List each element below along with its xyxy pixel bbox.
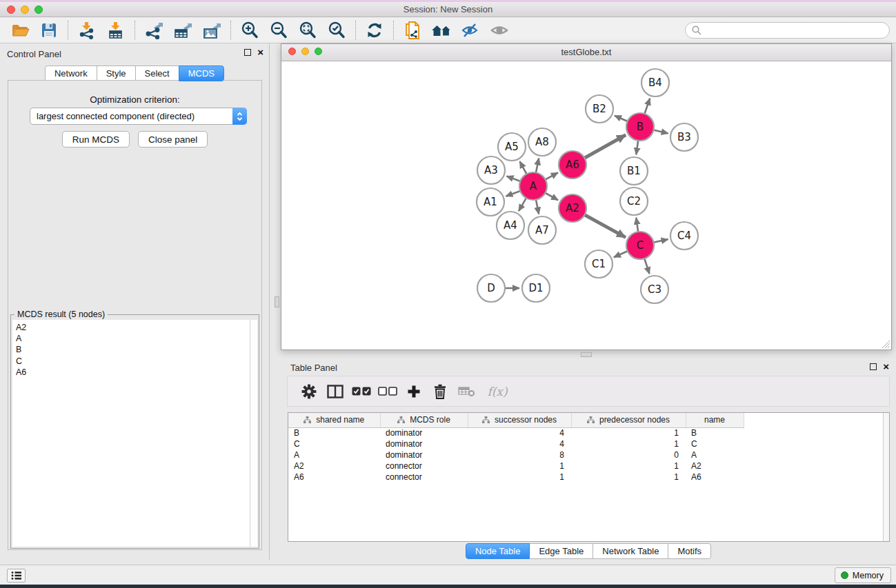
svg-text:B1: B1 xyxy=(627,165,641,177)
delete-column-button[interactable] xyxy=(427,379,453,404)
graph-node-B[interactable]: B xyxy=(626,113,654,141)
graph-node-C2[interactable]: C2 xyxy=(620,187,648,215)
graph-node-B1[interactable]: B1 xyxy=(620,157,648,185)
select-all-columns-button[interactable] xyxy=(348,379,375,404)
graph-node-C1[interactable]: C1 xyxy=(585,250,613,278)
svg-text:A8: A8 xyxy=(535,136,549,148)
tab-motifs[interactable]: Motifs xyxy=(668,543,711,559)
column-header-predecessor-nodes[interactable]: predecessor nodes xyxy=(571,413,686,427)
graph-node-A6[interactable]: A6 xyxy=(559,151,586,179)
table-settings-button[interactable] xyxy=(296,379,322,404)
node-table-container: shared nameMCDS rolesuccessor nodesprede… xyxy=(288,412,890,542)
save-session-button[interactable] xyxy=(34,19,63,41)
tab-edge-table[interactable]: Edge Table xyxy=(529,543,593,559)
unselect-all-columns-button[interactable] xyxy=(375,379,401,404)
zoom-in-button[interactable] xyxy=(235,19,264,41)
refresh-icon xyxy=(366,22,383,39)
run-mcds-button[interactable]: Run MCDS xyxy=(62,131,130,148)
tab-select[interactable]: Select xyxy=(135,65,179,81)
show-graphics-button[interactable] xyxy=(485,19,514,41)
table-row[interactable]: Cdominator41C xyxy=(288,438,744,449)
graph-node-A4[interactable]: A4 xyxy=(497,212,524,239)
function-builder-button[interactable]: f(x) xyxy=(479,379,515,404)
tab-network-table[interactable]: Network Table xyxy=(593,543,668,559)
float-panel-icon[interactable] xyxy=(244,49,251,56)
main-toolbar xyxy=(0,17,896,43)
network-canvas[interactable]: B4B2BB3A8A5A6A3B1AC2A1A2A4A7C4CC1C3DD1 xyxy=(281,61,891,349)
optimization-criterion-select[interactable]: largest connected component (directed) xyxy=(30,108,247,125)
tab-mcds[interactable]: MCDS xyxy=(179,65,224,81)
zoom-fit-button[interactable] xyxy=(293,19,322,41)
export-image-button[interactable] xyxy=(197,19,226,41)
graph-node-A1[interactable]: A1 xyxy=(477,188,504,216)
delete-table-button[interactable] xyxy=(453,379,479,404)
result-item[interactable]: A2 xyxy=(12,320,257,333)
toolbar-separator xyxy=(393,21,394,40)
panel-divider-handle[interactable] xyxy=(581,352,592,357)
close-panel-icon[interactable]: × xyxy=(257,49,263,56)
export-network-button[interactable] xyxy=(139,19,168,41)
graph-node-B2[interactable]: B2 xyxy=(586,95,613,123)
dropdown-stepper-icon xyxy=(232,108,247,125)
tab-node-table[interactable]: Node Table xyxy=(466,543,530,559)
graph-node-A5[interactable]: A5 xyxy=(498,133,526,161)
graph-node-A3[interactable]: A3 xyxy=(477,156,505,184)
result-item[interactable]: A xyxy=(12,333,257,344)
graph-node-A2[interactable]: A2 xyxy=(559,194,586,222)
export-table-button[interactable] xyxy=(168,19,197,41)
create-column-button[interactable] xyxy=(401,379,427,404)
close-panel-button[interactable]: Close panel xyxy=(138,131,208,148)
import-network-button[interactable] xyxy=(72,19,101,41)
column-header-MCDS-role[interactable]: MCDS role xyxy=(380,413,468,427)
graph-node-C3[interactable]: C3 xyxy=(641,276,668,303)
graph-node-B3[interactable]: B3 xyxy=(670,123,698,151)
memory-button[interactable]: Memory xyxy=(835,567,891,583)
show-column-button[interactable] xyxy=(322,379,348,404)
open-session-button[interactable] xyxy=(6,19,34,41)
unchecked-boxes-icon xyxy=(378,387,397,396)
graph-node-C4[interactable]: C4 xyxy=(670,222,698,250)
import-table-button[interactable] xyxy=(101,19,130,41)
hierarchy-icon xyxy=(303,416,311,425)
table-panel-title: Table Panel xyxy=(290,363,337,373)
float-table-panel-icon[interactable] xyxy=(870,363,877,370)
control-panel: Control Panel × NetworkStyleSelectMCDS O… xyxy=(0,43,270,560)
graph-node-A[interactable]: A xyxy=(519,172,547,200)
tab-style[interactable]: Style xyxy=(97,65,136,81)
zoom-out-button[interactable] xyxy=(264,19,293,41)
graph-node-A7[interactable]: A7 xyxy=(528,216,556,244)
hide-graphics-button[interactable] xyxy=(456,19,485,41)
network-window-titlebar[interactable]: testGlobe.txt xyxy=(281,44,891,61)
tab-network[interactable]: Network xyxy=(45,65,97,81)
toolbar-separator xyxy=(68,21,68,40)
search-input[interactable] xyxy=(685,22,890,39)
window-resize-grip[interactable] xyxy=(882,340,890,349)
table-scrollbar[interactable] xyxy=(883,413,889,541)
task-history-button[interactable] xyxy=(7,569,26,582)
result-item[interactable]: C xyxy=(12,356,257,367)
refresh-button[interactable] xyxy=(360,19,389,41)
result-item[interactable]: A6 xyxy=(12,367,257,378)
table-row[interactable]: A2connector11A2 xyxy=(288,460,744,472)
delete-table-icon xyxy=(458,386,475,397)
graph-node-D1[interactable]: D1 xyxy=(522,274,550,302)
table-row[interactable]: Bdominator41B xyxy=(288,427,744,438)
graph-node-C[interactable]: C xyxy=(626,232,654,259)
column-header-successor-nodes[interactable]: successor nodes xyxy=(468,413,571,427)
network-view-window: testGlobe.txt B4B2BB3A8A5A6A3B1AC2A1A2A4… xyxy=(281,43,892,350)
result-item[interactable]: B xyxy=(12,344,257,355)
close-table-panel-icon[interactable]: × xyxy=(883,363,889,370)
table-row[interactable]: Adominator80A xyxy=(288,449,744,460)
column-header-name[interactable]: name xyxy=(686,413,744,427)
table-row[interactable]: A6connector11A6 xyxy=(288,472,744,483)
graph-node-D[interactable]: D xyxy=(477,274,505,302)
graph-node-B4[interactable]: B4 xyxy=(641,69,669,97)
home-views-button[interactable] xyxy=(427,19,456,41)
zoom-selected-button[interactable] xyxy=(322,19,351,41)
clone-network-button[interactable] xyxy=(398,19,427,41)
svg-text:B: B xyxy=(637,121,644,133)
optimization-criterion-label: Optimization criterion: xyxy=(8,94,261,105)
column-header-shared-name[interactable]: shared name xyxy=(288,413,380,427)
graph-node-A8[interactable]: A8 xyxy=(528,128,556,156)
panel-divider-handle[interactable] xyxy=(275,296,279,307)
